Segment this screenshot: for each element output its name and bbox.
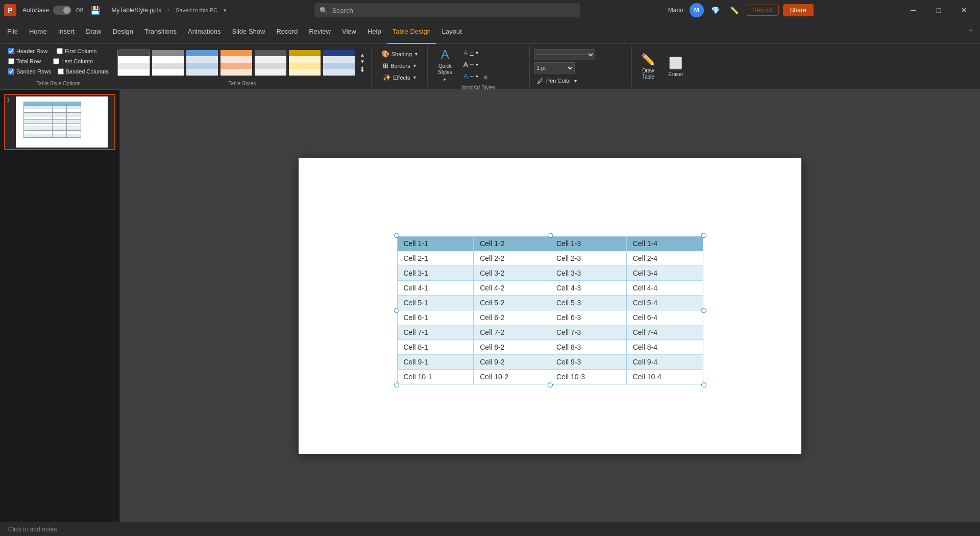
total-row-option[interactable]: Total Row <box>8 58 41 64</box>
total-row-checkbox[interactable] <box>8 58 14 64</box>
table-style-5[interactable] <box>254 50 287 76</box>
table-cell[interactable]: Cell 8-4 <box>626 340 703 355</box>
tab-view[interactable]: View <box>337 20 361 44</box>
tab-transitions[interactable]: Transitions <box>139 20 182 44</box>
record-button[interactable]: Record <box>746 5 779 16</box>
tab-home[interactable]: Home <box>24 20 52 44</box>
banded-columns-option[interactable]: Banded Columns <box>58 68 109 75</box>
table-row[interactable]: Cell 4-1Cell 4-2Cell 4-3Cell 4-4 <box>397 281 703 296</box>
tab-animations[interactable]: Animations <box>183 20 226 44</box>
last-column-option[interactable]: Last Column <box>53 58 93 64</box>
wordart-expand-icon[interactable]: ⊞ <box>483 75 487 80</box>
table-style-7[interactable] <box>323 50 355 76</box>
scroll-up-arrow[interactable]: ▲ <box>358 52 366 58</box>
search-box[interactable]: 🔍 Search <box>314 3 580 17</box>
handle-bottom-center[interactable] <box>548 382 553 387</box>
table-cell[interactable]: Cell 9-3 <box>550 355 627 370</box>
effects-button[interactable]: ✨ Effects ▾ <box>380 72 419 82</box>
table-style-6[interactable] <box>288 50 321 76</box>
table-cell[interactable]: Cell 1-4 <box>626 236 703 251</box>
table-cell[interactable]: Cell 9-1 <box>397 355 474 370</box>
table-cell[interactable]: Cell 5-1 <box>397 296 474 310</box>
share-button[interactable]: Share <box>783 4 814 16</box>
table-cell[interactable]: Cell 8-3 <box>550 340 627 355</box>
tab-table-design[interactable]: Table Design <box>387 20 436 44</box>
tab-slideshow[interactable]: Slide Show <box>227 20 270 44</box>
table-cell[interactable]: Cell 7-1 <box>397 325 474 340</box>
handle-top-left[interactable] <box>394 233 399 238</box>
quick-styles-button[interactable]: A QuickStyles ▾ <box>432 49 458 81</box>
tab-help[interactable]: Help <box>362 20 386 44</box>
handle-bottom-right[interactable] <box>701 382 706 387</box>
table-cell[interactable]: Cell 7-3 <box>550 325 627 340</box>
text-fill-button[interactable]: A ─ ▾ <box>460 48 481 58</box>
notes-bar[interactable]: Click to add notes <box>0 522 980 536</box>
table-style-4[interactable] <box>220 50 253 76</box>
table-cell[interactable]: Cell 6-1 <box>397 310 474 325</box>
table-cell[interactable]: Cell 3-1 <box>397 266 474 281</box>
table-cell[interactable]: Cell 10-2 <box>474 370 550 384</box>
table-cell[interactable]: Cell 4-3 <box>550 281 627 296</box>
dropdown-arrow-icon[interactable]: ▾ <box>224 7 227 14</box>
first-column-checkbox[interactable] <box>57 48 63 54</box>
tab-record[interactable]: Record <box>271 20 303 44</box>
table-cell[interactable]: Cell 1-2 <box>474 236 550 251</box>
handle-bottom-left[interactable] <box>394 382 399 387</box>
table-cell[interactable]: Cell 6-3 <box>550 310 627 325</box>
maximize-button[interactable]: □ <box>927 2 950 18</box>
last-column-checkbox[interactable] <box>53 58 59 64</box>
minimize-button[interactable]: ─ <box>901 2 925 18</box>
table-cell[interactable]: Cell 5-3 <box>550 296 627 310</box>
user-avatar[interactable]: M <box>690 3 704 17</box>
table-cell[interactable]: Cell 3-4 <box>626 266 703 281</box>
table-cell[interactable]: Cell 7-4 <box>626 325 703 340</box>
tab-review[interactable]: Review <box>304 20 336 44</box>
handle-top-center[interactable] <box>548 233 553 238</box>
table-cell[interactable]: Cell 6-4 <box>626 310 703 325</box>
pen-color-dropdown-icon[interactable]: ▾ <box>574 78 577 84</box>
pen-color-button[interactable]: 🖊 Pen Color ▾ <box>534 76 580 86</box>
table-cell[interactable]: Cell 4-4 <box>626 281 703 296</box>
table-cell[interactable]: Cell 2-1 <box>397 251 474 266</box>
canvas-area[interactable]: Cell 1-1Cell 1-2Cell 1-3Cell 1-4Cell 2-1… <box>120 90 980 522</box>
banded-rows-option[interactable]: Banded Rows <box>8 68 52 75</box>
table-cell[interactable]: Cell 2-3 <box>550 251 627 266</box>
header-row-checkbox[interactable] <box>8 48 14 54</box>
table-cell[interactable]: Cell 10-4 <box>626 370 703 384</box>
table-row[interactable]: Cell 8-1Cell 8-2Cell 8-3Cell 8-4 <box>397 340 703 355</box>
table-style-1[interactable] <box>117 50 150 76</box>
table-cell[interactable]: Cell 5-2 <box>474 296 550 310</box>
ppt-table[interactable]: Cell 1-1Cell 1-2Cell 1-3Cell 1-4Cell 2-1… <box>397 236 703 384</box>
tab-file[interactable]: File <box>2 20 23 44</box>
table-row[interactable]: Cell 3-1Cell 3-2Cell 3-3Cell 3-4 <box>397 266 703 281</box>
table-cell[interactable]: Cell 6-2 <box>474 310 550 325</box>
table-row[interactable]: Cell 1-1Cell 1-2Cell 1-3Cell 1-4 <box>397 236 703 251</box>
table-row[interactable]: Cell 2-1Cell 2-2Cell 2-3Cell 2-4 <box>397 251 703 266</box>
tab-draw[interactable]: Draw <box>81 20 106 44</box>
tab-design[interactable]: Design <box>108 20 138 44</box>
table-cell[interactable]: Cell 2-4 <box>626 251 703 266</box>
rewards-icon[interactable]: 💎 <box>708 5 723 15</box>
ribbon-collapse-arrow[interactable]: ⌃ <box>964 28 978 36</box>
more-styles-arrow[interactable]: ⬇ <box>358 65 367 74</box>
table-cell[interactable]: Cell 7-2 <box>474 325 550 340</box>
slide-item-1[interactable]: 1 <box>4 94 115 150</box>
tab-layout[interactable]: Layout <box>437 20 467 44</box>
scroll-down-arrow[interactable]: ▼ <box>358 58 366 65</box>
first-column-option[interactable]: First Column <box>57 48 96 54</box>
banded-rows-checkbox[interactable] <box>8 68 14 75</box>
tab-insert[interactable]: Insert <box>53 20 80 44</box>
border-style-select[interactable]: ───────────── - - - - - - - · · · · · · … <box>534 49 595 60</box>
table-cell[interactable]: Cell 2-2 <box>474 251 550 266</box>
text-outline-dropdown[interactable]: ▾ <box>476 62 478 67</box>
table-cell[interactable]: Cell 3-3 <box>550 266 627 281</box>
text-effects-dropdown[interactable]: ▾ <box>476 74 478 79</box>
table-cell[interactable]: Cell 1-3 <box>550 236 627 251</box>
autosave-toggle[interactable] <box>53 6 71 15</box>
table-cell[interactable]: Cell 10-1 <box>397 370 474 384</box>
borders-dropdown-icon[interactable]: ▾ <box>413 63 416 68</box>
table-container[interactable]: Cell 1-1Cell 1-2Cell 1-3Cell 1-4Cell 2-1… <box>397 236 703 384</box>
eraser-button[interactable]: ⬜ Eraser <box>664 51 688 83</box>
table-cell[interactable]: Cell 8-2 <box>474 340 550 355</box>
table-cell[interactable]: Cell 10-3 <box>550 370 627 384</box>
